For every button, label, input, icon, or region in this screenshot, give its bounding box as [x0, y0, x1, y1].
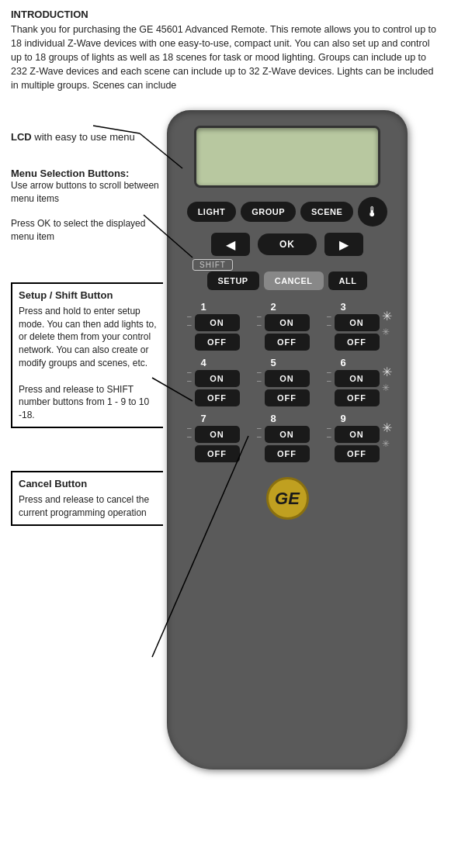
ok-button[interactable]: OK [258, 233, 317, 255]
setup-text: Press and hold to enter setup mode. You … [19, 305, 157, 422]
num-cell-5: – – 5 ON OFF [252, 354, 322, 410]
btn-4-on[interactable]: ON [195, 370, 240, 387]
menu-text2: Press OK to select the displayed menu it… [11, 217, 163, 244]
menu-text1: Use arrow buttons to scroll between menu… [11, 179, 163, 206]
brightness-high-icon-9: ✳ [382, 420, 392, 435]
setup-title: Setup / Shift [19, 289, 78, 301]
ge-logo-area: GE [179, 477, 396, 520]
setup-cancel-all-row: SETUP CANCEL ALL [179, 271, 396, 290]
thermostat-icon: 🌡 [366, 204, 380, 220]
setup-button[interactable]: SETUP [207, 271, 259, 290]
num-cell-3: – – 3 ON OFF ✳ [322, 298, 392, 354]
left-arrow-icon: ◀ [226, 237, 235, 252]
num-cell-9: – – 9 ON OFF ✳ ✳ [322, 410, 392, 465]
lcd-text: with easy to use menu [32, 131, 135, 143]
btn-3-on[interactable]: ON [335, 314, 380, 331]
intro-section: INTRODUCTION Thank you for purchasing th… [0, 0, 451, 99]
shift-row: SHIFT [193, 259, 396, 271]
num-cell-8: – – 8 ON OFF [252, 410, 322, 465]
ge-logo: GE [266, 477, 309, 520]
setup-annotation: Setup / Shift Button Press and hold to e… [11, 282, 163, 428]
remote-body: LIGHT GROUP SCENE 🌡 ◀ OK ▶ SHIFT [167, 110, 408, 769]
mode-buttons-row: LIGHT GROUP SCENE 🌡 [179, 197, 396, 227]
menu-title: Menu Selection Buttons: [11, 168, 129, 179]
right-arrow-icon: ▶ [339, 237, 349, 252]
cancel-button[interactable]: CANCEL [264, 271, 324, 290]
brightness-high-icon: ✳ [382, 309, 392, 323]
cancel-annotation: Cancel Button Press and release to cance… [11, 471, 163, 526]
num-cell-7: – – 7 ON OFF [182, 410, 252, 465]
brightness-low-icon: ✳ [382, 327, 392, 337]
menu-annotation: Menu Selection Buttons: Use arrow button… [11, 168, 163, 243]
brightness-icons-3: ✳ ✳ [382, 309, 392, 337]
btn-3-off[interactable]: OFF [335, 334, 380, 351]
thermostat-button[interactable]: 🌡 [358, 197, 387, 227]
brightness-low-icon-9: ✳ [382, 438, 392, 449]
btn-2-on[interactable]: ON [265, 314, 310, 331]
num-cell-4: – – 4 ON OFF [182, 354, 252, 410]
brightness-icons-9: ✳ ✳ [382, 420, 392, 449]
btn-6-off[interactable]: OFF [335, 389, 380, 406]
number-grid: – – 1 ON OFF [182, 298, 392, 465]
num-cell-2: – – 2 ON OFF [252, 298, 322, 354]
btn-4-off[interactable]: OFF [195, 389, 240, 406]
group-button[interactable]: GROUP [241, 202, 296, 222]
scene-button[interactable]: SCENE [300, 202, 353, 222]
lcd-screen [194, 126, 380, 188]
intro-body: Thank you for purchasing the GE 45601 Ad… [11, 22, 440, 93]
btn-7-off[interactable]: OFF [195, 445, 240, 462]
btn-9-off[interactable]: OFF [335, 445, 380, 462]
btn-7-on[interactable]: ON [195, 426, 240, 443]
right-arrow-button[interactable]: ▶ [324, 233, 363, 256]
btn-5-off[interactable]: OFF [265, 389, 310, 406]
nav-row: ◀ OK ▶ [179, 233, 396, 256]
btn-8-off[interactable]: OFF [265, 445, 310, 462]
light-button[interactable]: LIGHT [187, 202, 237, 222]
left-arrow-button[interactable]: ◀ [211, 233, 250, 256]
brightness-high-icon-6: ✳ [382, 365, 392, 379]
lcd-annotation: LCD with easy to use menu [11, 131, 163, 143]
btn-2-off[interactable]: OFF [265, 334, 310, 351]
btn-1-off[interactable]: OFF [195, 334, 240, 351]
btn-8-on[interactable]: ON [265, 426, 310, 443]
intro-title: INTRODUCTION [11, 8, 440, 22]
setup-title-suffix: Button [78, 289, 113, 301]
brightness-low-icon-6: ✳ [382, 382, 392, 393]
shift-label: SHIFT [193, 259, 233, 271]
all-button[interactable]: ALL [328, 271, 368, 290]
btn-6-on[interactable]: ON [335, 370, 380, 387]
btn-1-on[interactable]: ON [195, 314, 240, 331]
num-cell-1: – – 1 ON OFF [182, 298, 252, 354]
num-cell-6: – – 6 ON OFF ✳ ✳ [322, 354, 392, 410]
btn-5-on[interactable]: ON [265, 370, 310, 387]
btn-9-on[interactable]: ON [335, 426, 380, 443]
brightness-icons-6: ✳ ✳ [382, 365, 392, 393]
cancel-title: Cancel Button [19, 478, 87, 489]
lcd-label: LCD [11, 131, 32, 143]
cancel-text: Press and release to cancel the current … [19, 493, 157, 520]
